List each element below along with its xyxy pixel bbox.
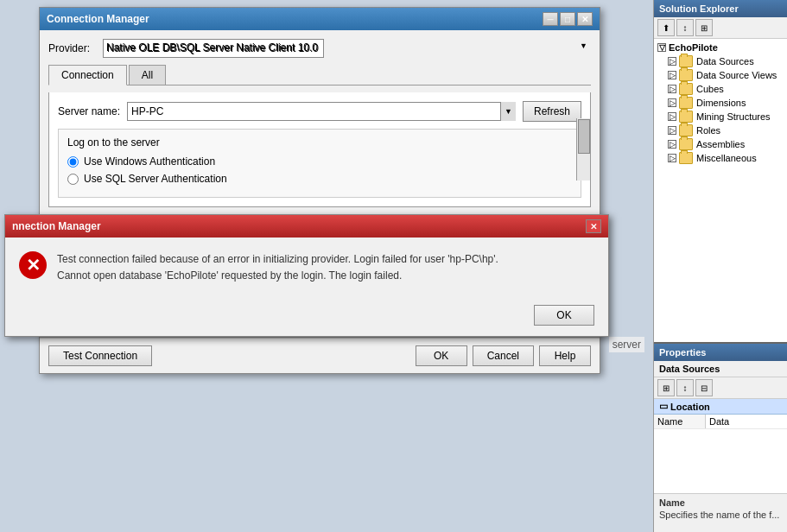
tree-node-assemblies[interactable]: ▷ Assemblies <box>654 137 787 151</box>
windows-auth-row: Use Windows Authentication <box>67 155 572 168</box>
folder-icon-dsv <box>679 69 693 81</box>
provider-select-wrapper: Native OLE DB\SQL Server Native Client 1… <box>103 39 591 58</box>
solution-tree: ▽ EchoPilote ▷ Data Sources ▷ Data Sourc… <box>654 39 787 342</box>
tree-root[interactable]: ▽ EchoPilote <box>654 41 787 54</box>
help-button[interactable]: Help <box>539 345 591 366</box>
error-close-btn[interactable]: ✕ <box>586 219 601 233</box>
tab-all[interactable]: All <box>129 65 166 85</box>
tree-label-cubes: Cubes <box>696 84 724 94</box>
props-name-value[interactable]: Data <box>706 415 787 428</box>
error-text: Test connection failed because of an err… <box>57 251 594 284</box>
props-tb-btn-3[interactable]: ⊟ <box>695 379 713 396</box>
auth-section: Log on to the server Use Windows Authent… <box>58 129 581 198</box>
error-message-line2: Cannot open database 'EchoPilote' reques… <box>57 269 402 282</box>
error-message-line1: Test connection failed because of an err… <box>57 253 498 265</box>
props-name-row: Name Data <box>654 415 787 429</box>
right-panel: Solution Explorer ⬆ ↕ ⊞ ▽ EchoPilote ▷ D… <box>653 0 787 532</box>
props-location-header: ▭ Location <box>654 399 787 415</box>
folder-icon-roles <box>679 124 693 136</box>
toolbar-btn-1[interactable]: ⬆ <box>657 19 675 36</box>
tree-node-dimensions[interactable]: ▷ Dimensions <box>654 96 787 110</box>
solution-explorer-toolbar: ⬆ ↕ ⊞ <box>654 17 787 39</box>
scroll-thumb[interactable] <box>578 119 590 154</box>
sql-auth-label: Use SQL Server Authentication <box>84 173 227 185</box>
provider-select[interactable]: Native OLE DB\SQL Server Native Client 1… <box>103 39 324 58</box>
error-dialog: nnection Manager ✕ ✕ Test connection fai… <box>4 214 609 337</box>
tree-node-data-sources[interactable]: ▷ Data Sources <box>654 54 787 68</box>
expand-icon-mining[interactable]: ▷ <box>668 112 676 121</box>
tab-content-connection: Server name: ▼ Refresh Log on to the ser… <box>48 92 591 207</box>
cancel-button[interactable]: Cancel <box>473 345 534 366</box>
props-location-label: Location <box>670 402 710 412</box>
sql-auth-row: Use SQL Server Authentication <box>67 173 572 185</box>
error-body: ✕ Test connection failed because of an e… <box>5 238 608 298</box>
dialog-footer: Test Connection OK Cancel Help <box>40 338 600 373</box>
error-footer: OK <box>5 298 608 336</box>
refresh-button[interactable]: Refresh <box>523 101 581 122</box>
close-button[interactable]: ✕ <box>577 12 593 26</box>
expand-icon[interactable]: ▽ <box>657 43 666 52</box>
bg-server-label: server <box>609 337 644 352</box>
windows-auth-label: Use Windows Authentication <box>84 155 215 168</box>
props-tb-btn-2[interactable]: ↕ <box>676 379 694 396</box>
error-icon: ✕ <box>19 251 47 279</box>
properties-header: Properties <box>654 344 787 361</box>
sql-auth-radio[interactable] <box>67 174 79 185</box>
tab-connection[interactable]: Connection <box>48 65 127 86</box>
expand-icon-assemblies[interactable]: ▷ <box>668 140 676 149</box>
server-name-label: Server name: <box>58 105 120 117</box>
props-desc-title: Name <box>659 497 782 508</box>
auth-title: Log on to the server <box>67 136 572 149</box>
minimize-button[interactable]: ─ <box>543 12 558 26</box>
footer-right-buttons: OK Cancel Help <box>416 345 591 366</box>
error-titlebar: nnection Manager ✕ <box>5 215 608 238</box>
properties-description: Name Specifies the name of the f... <box>654 493 787 532</box>
expand-icon-dim[interactable]: ▷ <box>668 98 676 107</box>
tree-label-misc: Miscellaneous <box>696 153 757 163</box>
scrollbar[interactable] <box>576 118 590 180</box>
tree-label-data-source-views: Data Source Views <box>696 70 777 80</box>
props-spacer <box>654 429 787 455</box>
tree-label-data-sources: Data Sources <box>696 56 754 66</box>
ok-button[interactable]: OK <box>416 345 467 366</box>
expand-icon-misc[interactable]: ▷ <box>668 154 676 162</box>
props-expand-icon[interactable]: ▭ <box>659 401 668 412</box>
expand-icon-cubes[interactable]: ▷ <box>668 85 676 93</box>
expand-icon-dsv[interactable]: ▷ <box>668 71 676 79</box>
toolbar-btn-2[interactable]: ↕ <box>676 19 694 36</box>
dialog-tabs: Connection All <box>48 65 591 86</box>
windows-auth-radio[interactable] <box>67 156 79 168</box>
error-title: nnection Manager <box>12 220 101 232</box>
folder-icon-mining <box>679 111 693 123</box>
tree-label-roles: Roles <box>696 125 720 136</box>
titlebar-buttons: ─ □ ✕ <box>543 12 593 26</box>
tree-node-data-source-views[interactable]: ▷ Data Source Views <box>654 68 787 82</box>
toolbar-btn-3[interactable]: ⊞ <box>695 19 713 36</box>
tree-node-cubes[interactable]: ▷ Cubes <box>654 82 787 96</box>
folder-icon-cubes <box>679 83 693 95</box>
server-name-input[interactable] <box>127 102 516 121</box>
server-name-row: Server name: ▼ Refresh <box>58 101 581 122</box>
test-connection-button[interactable]: Test Connection <box>48 345 152 366</box>
server-input-dropdown[interactable]: ▼ <box>500 102 516 121</box>
props-tb-btn-1[interactable]: ⊞ <box>657 379 675 396</box>
properties-content: ▭ Location Name Data <box>654 399 787 493</box>
maximize-button[interactable]: □ <box>560 12 575 26</box>
tree-label-dimensions: Dimensions <box>696 98 746 108</box>
expand-icon-roles[interactable]: ▷ <box>668 126 676 135</box>
tree-node-misc[interactable]: ▷ Miscellaneous <box>654 151 787 165</box>
folder-icon-ds <box>679 55 693 67</box>
folder-icon-dim <box>679 97 693 109</box>
tree-label-assemblies: Assemblies <box>696 139 745 149</box>
expand-icon-ds[interactable]: ▷ <box>668 57 676 66</box>
server-input-wrapper: ▼ <box>127 102 516 121</box>
connection-manager-title: Connection Manager <box>47 13 149 25</box>
connection-manager-body: Provider: Native OLE DB\SQL Server Nativ… <box>40 30 600 216</box>
tree-node-roles[interactable]: ▷ Roles <box>654 124 787 137</box>
folder-icon-assemblies <box>679 138 693 150</box>
error-ok-button[interactable]: OK <box>534 305 594 326</box>
tree-node-mining[interactable]: ▷ Mining Structures <box>654 110 787 124</box>
provider-row: Provider: Native OLE DB\SQL Server Nativ… <box>48 39 591 58</box>
connection-manager-titlebar: Connection Manager ─ □ ✕ <box>40 8 600 30</box>
tree-label-mining: Mining Structures <box>696 111 771 122</box>
